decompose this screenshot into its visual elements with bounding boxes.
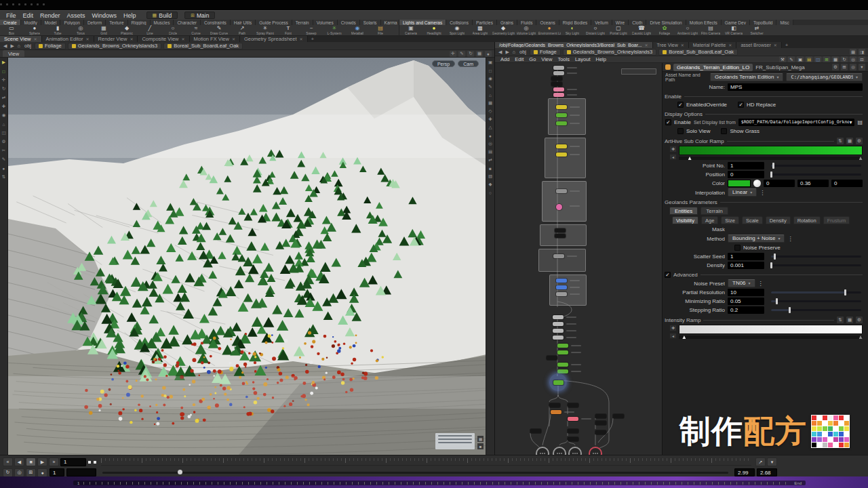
network-node[interactable] xyxy=(553,336,564,340)
tab-visibility[interactable]: Visibility xyxy=(672,216,698,224)
network-node[interactable] xyxy=(568,403,578,407)
shelf-tab[interactable]: Terrain xyxy=(292,20,313,25)
camera-button[interactable]: Cam xyxy=(458,60,479,67)
vp-display-icon[interactable]: ◇ xyxy=(487,108,494,115)
network-toolbar-icon[interactable]: ↻ xyxy=(841,56,848,62)
slider-handle[interactable] xyxy=(789,307,791,313)
param-point-no[interactable]: Point No.1 xyxy=(663,161,867,170)
network-canvas[interactable] xyxy=(495,63,662,455)
shelf-tab[interactable]: Character xyxy=(174,20,201,25)
shelf-tool-sky-light[interactable]: ◐Sky Light xyxy=(561,25,584,35)
param-header-icon[interactable]: ▾ xyxy=(859,64,865,70)
network-box[interactable] xyxy=(549,274,587,306)
network-node[interactable] xyxy=(547,356,557,360)
net-menu-tools[interactable]: Tools xyxy=(555,56,572,62)
shelf-tool-distant-light[interactable]: ○Distant Light xyxy=(584,25,607,35)
shelf-tool-path[interactable]: ↗Path xyxy=(231,25,254,35)
shelf-tool-sphere[interactable]: ●Sphere xyxy=(23,25,46,35)
pane-tab[interactable]: Motion FX View✕ xyxy=(190,36,240,42)
slider-value-field[interactable]: 0.2 xyxy=(728,306,764,314)
param-entity-tabs[interactable]: EntitiesTerrain xyxy=(663,206,867,216)
shelf-tool-platonic[interactable]: ◆Platonic xyxy=(115,25,138,35)
ramp-point-marker[interactable] xyxy=(859,336,863,339)
breadcrumb-item[interactable]: Boreal_Sub_BoardLeaf_Oak xyxy=(658,49,738,56)
network-node[interactable] xyxy=(530,429,541,433)
param-header-icon[interactable]: ⚙ xyxy=(832,64,839,70)
network-node[interactable] xyxy=(568,437,578,441)
viewtab-icon[interactable]: ● xyxy=(485,51,492,57)
menu-toggle-icon[interactable]: ⋮ xyxy=(787,236,793,242)
param-noise-preset[interactable]: Noise PresetTN06▾⋮ xyxy=(663,279,867,288)
menu-edit[interactable]: Edit xyxy=(20,12,37,19)
net-menu-view[interactable]: View xyxy=(538,56,555,62)
network-node[interactable] xyxy=(595,414,606,418)
param-density[interactable]: Density0.001 xyxy=(663,261,867,270)
network-box[interactable] xyxy=(545,138,586,178)
vp-display-icon[interactable]: ○ xyxy=(487,189,494,196)
network-node[interactable] xyxy=(553,322,564,326)
breadcrumb-item[interactable]: Foliage xyxy=(530,49,561,56)
vp-display-icon[interactable]: △ xyxy=(487,124,494,131)
vp-display-icon[interactable]: ✎ xyxy=(487,83,494,90)
breadcrumb-root[interactable]: obj xyxy=(23,43,33,49)
shelf-tool-sweep[interactable]: ~Sweep xyxy=(300,25,323,35)
network-node[interactable] xyxy=(553,254,564,258)
ramp-tool-icon[interactable]: ⇅ xyxy=(837,317,844,323)
close-tab-icon[interactable]: ✕ xyxy=(645,43,648,47)
vp-display-icon[interactable]: ▣ xyxy=(487,59,494,66)
vp-display-icon[interactable]: ◉ xyxy=(487,75,494,82)
shelf-tab[interactable]: Vellum xyxy=(591,20,612,25)
slider-track[interactable] xyxy=(771,309,861,311)
close-tab-icon[interactable]: ✕ xyxy=(130,37,133,41)
timeline-ruler[interactable] xyxy=(101,458,751,466)
slider-handle[interactable] xyxy=(776,298,778,304)
slider-track[interactable] xyxy=(771,291,861,293)
shelf-tab[interactable]: Model xyxy=(41,20,61,25)
shelf-tool-l-system[interactable]: ✳L-System xyxy=(323,25,346,35)
net-menu-edit[interactable]: Edit xyxy=(512,56,526,62)
pane-tab[interactable]: /obj/Foliage/Geolands_Browns_OrkneyIslan… xyxy=(495,42,653,48)
shelf-tool-spot-light[interactable]: ◉Spot Light xyxy=(446,25,469,35)
network-node[interactable] xyxy=(556,113,567,117)
playbar-option-icon[interactable]: ↻ xyxy=(3,468,13,477)
ramp-point-marker[interactable] xyxy=(859,157,863,160)
vp-display-icon[interactable]: ◎ xyxy=(487,140,494,147)
shelf-tab[interactable]: Particles xyxy=(473,20,497,25)
shelf-tab[interactable]: Fluids xyxy=(517,20,536,25)
shelf-tool-camera[interactable]: ▣Camera xyxy=(399,25,422,35)
shelf-tab[interactable]: Polygon xyxy=(60,20,84,25)
shelf-tab[interactable]: Volumes xyxy=(313,20,338,25)
network-box[interactable] xyxy=(538,249,586,272)
shelf-tool-font[interactable]: TFont xyxy=(277,25,300,35)
color-component-field[interactable]: 0 xyxy=(831,180,863,187)
network-node[interactable] xyxy=(551,410,561,414)
timeline-option-icon[interactable]: ↗ xyxy=(755,458,766,466)
shelf-tool-portal-light[interactable]: ▢Portal Light xyxy=(607,25,630,35)
slider-handle[interactable] xyxy=(770,262,772,268)
net-menu-go[interactable]: Go xyxy=(526,56,538,62)
param-color-ramp[interactable]: ✚◂ xyxy=(663,145,867,161)
shelf-tool-area-light[interactable]: ▩Area Light xyxy=(469,25,492,35)
add-point-icon[interactable]: ✚ xyxy=(669,325,677,331)
shelf-tool-tube[interactable]: ▮Tube xyxy=(46,25,69,35)
back-icon[interactable]: ◀ xyxy=(3,43,7,49)
network-node[interactable] xyxy=(557,363,568,367)
dropdown-interpolation[interactable]: Linear▾ xyxy=(728,188,757,197)
shelf-tab[interactable]: TopoBuild xyxy=(750,20,777,25)
network-node[interactable] xyxy=(595,421,606,425)
shelf-tab[interactable]: Deform xyxy=(84,20,106,25)
checkbox[interactable]: ✓ xyxy=(665,272,671,278)
tab-density[interactable]: Density xyxy=(766,216,791,224)
menu-windows[interactable]: Windows xyxy=(89,12,121,19)
playbar-option-icon[interactable]: ⊞ xyxy=(26,468,36,477)
network-toolbar-icon[interactable]: ▤ xyxy=(806,56,812,62)
shelf-tab[interactable]: Create xyxy=(0,20,21,25)
slider-value-field[interactable]: 1 xyxy=(728,162,764,169)
vp-display-icon[interactable]: ● xyxy=(487,132,494,139)
pane-tab[interactable]: Material Palette✕ xyxy=(689,42,737,48)
net-menu-help[interactable]: Help xyxy=(593,56,608,62)
menu-toggle-icon[interactable]: ⋮ xyxy=(758,281,764,287)
slider-value-field[interactable]: 1 xyxy=(728,253,764,260)
shelf-tab[interactable]: Grains xyxy=(497,20,517,25)
vp-tool-icon[interactable]: ⚙ xyxy=(1,138,7,145)
